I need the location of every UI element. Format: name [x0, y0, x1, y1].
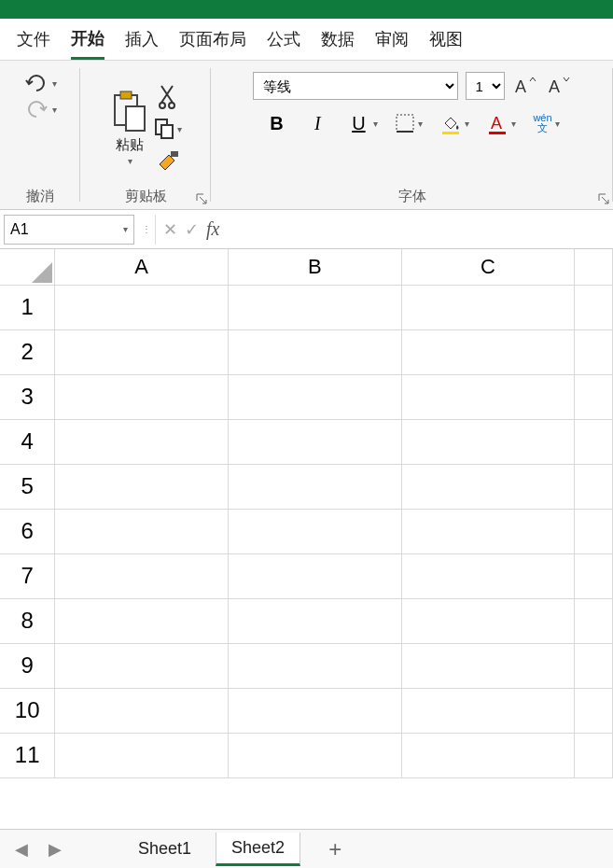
paste-button[interactable]: 粘贴 ▾	[109, 90, 150, 166]
name-box[interactable]: A1 ▾	[4, 215, 134, 245]
row-header[interactable]: 2	[0, 329, 55, 374]
copy-button[interactable]: ▾	[154, 118, 182, 140]
add-sheet-button[interactable]: +	[310, 836, 360, 862]
cell[interactable]	[575, 688, 613, 733]
shrink-font-button[interactable]: A	[546, 73, 572, 99]
cell[interactable]	[575, 419, 613, 464]
border-button[interactable]: ▾	[395, 113, 423, 133]
cell[interactable]	[229, 285, 402, 329]
tab-nav-prev[interactable]: ◀	[9, 839, 34, 860]
cell[interactable]	[229, 419, 402, 464]
svg-rect-1	[120, 91, 132, 99]
cell[interactable]	[401, 598, 575, 643]
cell[interactable]	[55, 285, 229, 329]
dialog-launcher-icon[interactable]	[195, 192, 208, 205]
row-header[interactable]: 4	[0, 419, 55, 464]
sheet-tab[interactable]: Sheet1	[123, 833, 206, 864]
cell[interactable]	[55, 733, 229, 777]
spreadsheet-grid[interactable]: A B C 1 2 3 4 5 6 7 8 9 10 11	[0, 249, 613, 829]
bold-button[interactable]: B	[264, 111, 288, 135]
confirm-icon[interactable]: ✓	[185, 219, 199, 240]
cell[interactable]	[575, 285, 613, 329]
cell[interactable]	[401, 464, 575, 509]
menu-file[interactable]: 文件	[17, 21, 50, 58]
row-header[interactable]: 1	[0, 285, 55, 329]
cell[interactable]	[229, 509, 402, 553]
fx-icon[interactable]: fx	[206, 218, 219, 240]
cell[interactable]	[401, 419, 575, 464]
font-name-select[interactable]: 等线	[253, 72, 458, 100]
cell[interactable]	[401, 374, 575, 419]
undo-button[interactable]: ▾	[24, 74, 57, 92]
formula-input[interactable]	[227, 215, 613, 245]
cell[interactable]	[401, 553, 575, 598]
cell[interactable]	[575, 329, 613, 374]
cell[interactable]	[401, 643, 575, 688]
cell[interactable]	[575, 553, 613, 598]
sheet-tab[interactable]: Sheet2	[216, 833, 300, 866]
row-header[interactable]: 10	[0, 688, 55, 733]
menu-layout[interactable]: 页面布局	[179, 21, 246, 58]
cell[interactable]	[229, 688, 402, 733]
cell[interactable]	[55, 553, 229, 598]
cell[interactable]	[575, 598, 613, 643]
cell[interactable]	[229, 598, 402, 643]
redo-button[interactable]: ▾	[24, 100, 57, 119]
menu-review[interactable]: 审阅	[375, 21, 409, 58]
cell[interactable]	[55, 598, 229, 643]
cell[interactable]	[229, 643, 402, 688]
select-all-corner[interactable]	[0, 249, 55, 285]
phonetic-button[interactable]: wén 文 ▾	[533, 113, 559, 133]
cell[interactable]	[55, 374, 229, 419]
row-header[interactable]: 9	[0, 643, 55, 688]
menu-formula[interactable]: 公式	[267, 21, 300, 58]
column-header[interactable]: C	[401, 249, 575, 285]
cell[interactable]	[229, 553, 402, 598]
cell[interactable]	[55, 419, 229, 464]
menu-home[interactable]: 开始	[71, 20, 104, 60]
cancel-icon[interactable]: ✕	[163, 219, 177, 240]
cell[interactable]	[575, 643, 613, 688]
cell[interactable]	[575, 509, 613, 553]
cell[interactable]	[401, 733, 575, 777]
cell[interactable]	[401, 329, 575, 374]
cell[interactable]	[229, 733, 402, 777]
font-size-select[interactable]: 11	[466, 72, 505, 100]
row-header[interactable]: 8	[0, 598, 55, 643]
underline-button[interactable]: U ▾	[346, 111, 378, 135]
tab-nav-next[interactable]: ▶	[43, 839, 67, 860]
font-color-button[interactable]: A ▾	[486, 112, 516, 134]
fill-color-button[interactable]: ▾	[439, 112, 469, 134]
cell[interactable]	[229, 374, 402, 419]
menu-view[interactable]: 视图	[429, 21, 463, 58]
cell[interactable]	[55, 688, 229, 733]
cell[interactable]	[575, 374, 613, 419]
cut-icon[interactable]	[158, 84, 178, 110]
row-header[interactable]: 7	[0, 553, 55, 598]
row-header[interactable]: 6	[0, 509, 55, 553]
italic-button[interactable]: I	[305, 111, 329, 135]
row-header[interactable]: 5	[0, 464, 55, 509]
row-header[interactable]: 11	[0, 733, 55, 777]
cell[interactable]	[401, 285, 575, 329]
more-icon[interactable]: ⋮	[138, 224, 155, 234]
cell[interactable]	[55, 464, 229, 509]
row-header[interactable]: 3	[0, 374, 55, 419]
cell[interactable]	[401, 688, 575, 733]
cell[interactable]	[229, 464, 402, 509]
cell[interactable]	[55, 643, 229, 688]
cell[interactable]	[229, 329, 402, 374]
cell[interactable]	[55, 329, 229, 374]
menu-data[interactable]: 数据	[321, 21, 355, 58]
cell[interactable]	[575, 464, 613, 509]
column-header[interactable]	[575, 249, 613, 285]
grow-font-button[interactable]: A	[512, 73, 538, 99]
format-painter-icon[interactable]	[156, 147, 180, 172]
cell[interactable]	[55, 509, 229, 553]
column-header[interactable]: A	[55, 249, 229, 285]
cell[interactable]	[575, 733, 613, 777]
column-header[interactable]: B	[229, 249, 402, 285]
cell[interactable]	[401, 509, 575, 553]
menu-insert[interactable]: 插入	[125, 21, 159, 58]
dialog-launcher-icon[interactable]	[597, 192, 610, 205]
